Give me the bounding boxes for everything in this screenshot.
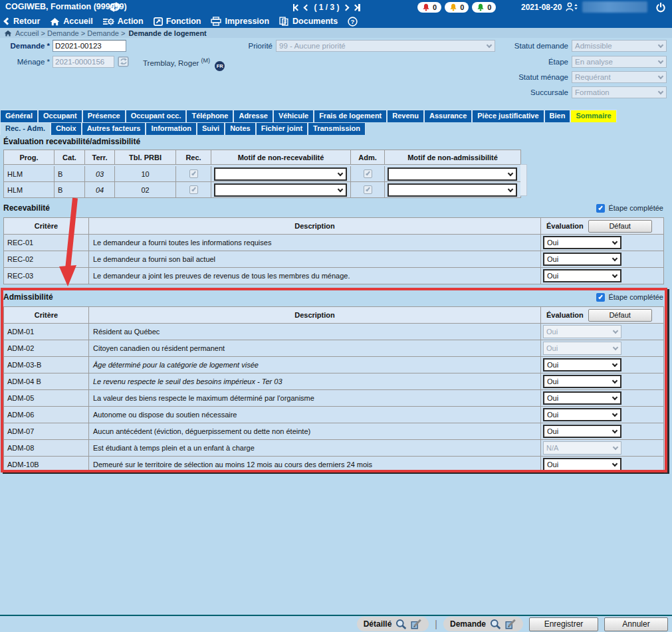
tab-frais-de-logement[interactable]: Frais de logement [314, 110, 387, 122]
etape-select: En analyse [572, 56, 667, 68]
retour-button[interactable]: Retour [5, 17, 40, 26]
chevron-down-icon [612, 256, 617, 261]
documents-label: Documents [292, 17, 338, 26]
demande-edit-icon[interactable] [505, 619, 516, 629]
tab-adresse[interactable]: Adresse [233, 110, 273, 122]
critere-code: REC-02 [4, 251, 89, 268]
motif-non-recevabilite-select[interactable] [214, 167, 347, 181]
first-record-icon[interactable] [293, 4, 300, 11]
person-gender: (M) [201, 57, 211, 64]
motif-non-admissibilite-select[interactable] [388, 183, 517, 197]
tab-information[interactable]: Information [146, 122, 197, 135]
evaluation-select[interactable]: Oui [543, 458, 621, 471]
motif-non-admissibilite-select[interactable] [388, 167, 517, 181]
evaluation-select[interactable]: Oui [543, 375, 621, 388]
previous-record-icon[interactable] [304, 5, 309, 10]
col-header-description: Description [89, 218, 541, 235]
username-field[interactable] [582, 1, 647, 13]
critere-code: REC-03 [4, 268, 89, 284]
alert-badges: 0 0 0 [417, 2, 496, 13]
request-header-form: Demande * Priorité 99 - Aucune priorité … [0, 38, 672, 110]
col-header-prog: Prog. [4, 150, 55, 165]
tab-transmission[interactable]: Transmission [308, 122, 366, 135]
tab-occupant-occ[interactable]: Occupant occ. [126, 110, 187, 122]
tab-telephone[interactable]: Téléphone [186, 110, 233, 122]
green-alert-count: 0 [487, 3, 491, 11]
tab-vehicule[interactable]: Véhicule [273, 110, 314, 122]
col-header-adm: Adm. [351, 150, 385, 165]
breadcrumb-current: Demande de logement [128, 29, 206, 37]
col-header-motif-adm: Motif de non-admissibilité [385, 150, 521, 165]
tab-notes[interactable]: Notes [225, 122, 256, 135]
detaille-view-icon[interactable] [395, 619, 407, 629]
demande-input[interactable] [53, 40, 126, 52]
tab-piece-justificative[interactable]: Pièce justificative [472, 110, 544, 122]
tab-revenu[interactable]: Revenu [387, 110, 424, 122]
defaut-button[interactable]: Défaut [588, 309, 652, 322]
breadcrumb-trail[interactable]: Accueil > Demande > Demande > [15, 29, 125, 37]
critere-description: Âge déterminé pour la catégorie de logem… [89, 357, 541, 373]
refresh-icon[interactable] [108, 1, 122, 15]
tab-sommaire[interactable]: Sommaire [570, 110, 616, 122]
demande-view-icon[interactable] [490, 619, 501, 629]
action-button[interactable]: Action [103, 17, 144, 26]
save-button[interactable]: Enregistrer [529, 617, 598, 631]
help-button[interactable]: ? [348, 17, 358, 27]
tab-assurance[interactable]: Assurance [424, 110, 472, 122]
tab-suivi[interactable]: Suivi [197, 122, 225, 135]
impression-button[interactable]: Impression [211, 17, 269, 26]
etape-completee-checkbox[interactable] [596, 293, 605, 302]
impression-label: Impression [225, 17, 269, 26]
priorite-value: 99 - Aucune priorité [279, 42, 346, 50]
cell-terr: 03 [85, 166, 115, 182]
tab-rec-adm[interactable]: Rec. - Adm. [0, 122, 51, 135]
yellow-bell-icon [449, 3, 457, 11]
defaut-button[interactable]: Défaut [588, 220, 652, 233]
evaluation-select[interactable]: Oui [543, 425, 621, 438]
chevron-down-icon [612, 428, 617, 433]
critere-code: REC-01 [4, 235, 89, 251]
tab-bien[interactable]: Bien [544, 110, 571, 122]
critere-code: ADM-10B [4, 457, 89, 473]
green-alert-badge[interactable]: 0 [472, 2, 496, 13]
evaluation-select[interactable]: Oui [543, 408, 621, 421]
user-switch-icon[interactable] [566, 2, 578, 15]
tab-presence[interactable]: Présence [82, 110, 126, 122]
tab-occupant[interactable]: Occupant [38, 110, 82, 122]
evaluation-header-label: Évaluation [546, 222, 584, 230]
critere-description: Résident au Québec [89, 324, 541, 340]
evaluation-select[interactable]: Oui [543, 269, 621, 282]
logout-power-icon[interactable] [655, 2, 666, 15]
critere-description: Le revenu respecte le seuil des besoins … [89, 373, 541, 390]
help-icon: ? [348, 17, 358, 27]
documents-button[interactable]: Documents [279, 17, 338, 26]
chevron-down-icon [612, 272, 617, 278]
cancel-button[interactable]: Annuler [604, 617, 668, 631]
green-bell-icon [477, 3, 485, 11]
critere-evaluation-cell: N/A [541, 440, 664, 457]
accueil-button[interactable]: Accueil [50, 17, 92, 26]
documents-icon [279, 17, 289, 26]
critere-description: Le demandeur a joint les preuves de reve… [89, 268, 541, 284]
tab-choix[interactable]: Choix [51, 122, 82, 135]
etape-completee-checkbox[interactable] [596, 204, 605, 213]
etape-completee-label: Étape complétée [608, 293, 663, 301]
tab-fichier-joint[interactable]: Fichier joint [256, 122, 308, 135]
tab-general[interactable]: Général [0, 110, 38, 122]
next-record-icon[interactable] [344, 5, 348, 10]
accueil-label: Accueil [63, 17, 92, 26]
critere-evaluation-cell: Oui [541, 407, 664, 423]
yellow-alert-badge[interactable]: 0 [445, 2, 469, 13]
chevron-down-icon [612, 395, 617, 400]
red-alert-badge[interactable]: 0 [417, 2, 441, 13]
evaluation-select[interactable]: Oui [543, 253, 621, 266]
fonction-button[interactable]: Fonction [154, 17, 201, 26]
motif-non-recevabilite-select[interactable] [214, 183, 347, 197]
evaluation-select[interactable]: Oui [543, 358, 621, 371]
evaluation-select[interactable]: Oui [543, 391, 621, 405]
last-record-icon[interactable] [353, 4, 360, 11]
detaille-edit-icon[interactable] [411, 619, 422, 629]
home-breadcrumb-icon[interactable] [4, 30, 12, 37]
evaluation-select[interactable]: Oui [543, 236, 621, 249]
tab-autres-facteurs[interactable]: Autres facteurs [82, 122, 146, 135]
